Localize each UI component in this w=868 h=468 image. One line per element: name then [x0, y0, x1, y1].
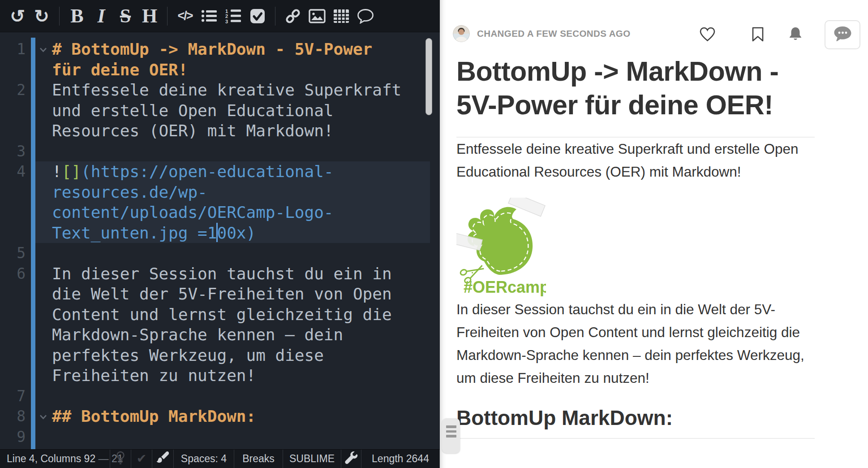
cursor-position-main: Line 4, Columns 92 [7, 453, 95, 465]
check-icon: ✔ [137, 453, 147, 465]
line-number: 8 [0, 406, 26, 427]
fold-chevron-down-icon[interactable] [39, 46, 47, 55]
oercamp-logo-image: #OERcamp [456, 198, 546, 298]
code-line-text: resources.de/wp- [52, 182, 440, 203]
code-line-text: ## BottomUp MarkDown: [52, 406, 440, 427]
toolbar-separator [167, 7, 168, 26]
doc-title-line2: 5V-Power für deine OER! [456, 88, 815, 122]
code-line[interactable]: die Welt der 5V-Freiheiten von Open [0, 284, 440, 304]
toolbar-group: BISH [65, 0, 162, 32]
code-line[interactable]: 6In dieser Session tauchst du ein in [0, 264, 440, 284]
comment-bubble-icon [833, 26, 852, 44]
line-number: 6 [0, 264, 26, 284]
code-line[interactable]: Text_unten.jpg =100x) [0, 223, 440, 243]
svg-text:1: 1 [225, 9, 228, 14]
code-line[interactable]: Freiheiten zu nutzen! [0, 365, 440, 386]
doc-title-line1: BottomUp -> MarkDown - [456, 55, 815, 88]
image-icon[interactable] [305, 0, 329, 32]
checklist-icon[interactable] [245, 0, 270, 32]
indent-label: Spaces: 4 [181, 453, 227, 465]
bold-icon[interactable]: B [65, 0, 89, 32]
line-number: 1 [0, 39, 26, 60]
code-line-text: Freiheiten zu nutzen! [52, 365, 440, 386]
svg-text:3: 3 [225, 19, 228, 24]
code-line[interactable]: perfektes Werkzeug, um diese [0, 345, 440, 366]
code-line-text: content/uploads/OERCamp-Logo- [52, 202, 440, 223]
paragraph-intro: Entfessele deine kreative Superkraft und… [456, 138, 815, 183]
wrench-icon [344, 451, 358, 467]
night-mode-button[interactable] [110, 450, 131, 468]
code-line-text: In dieser Session tauchst du ein in [52, 264, 440, 284]
toolbar-group: ↺↻ [5, 0, 54, 32]
toolbar-separator [59, 7, 60, 26]
linebreak-setting[interactable]: Breaks [234, 450, 283, 468]
line-number: 4 [0, 161, 26, 182]
code-line[interactable]: 4![](https://open-educational- [0, 161, 440, 182]
paragraph-session: In dieser Session tauchst du ein in die … [456, 298, 815, 390]
paintbrush-icon [156, 451, 170, 467]
code-line-text: Markdown-Sprache kennen – dein [52, 325, 440, 345]
code-line-text: # BottomUp -> MarkDown - 5V-Power [52, 39, 440, 60]
comment-button[interactable] [825, 20, 860, 49]
numbered-list-icon[interactable]: 123 [221, 0, 245, 32]
preferences-button[interactable] [341, 450, 361, 468]
heading-icon[interactable]: H [138, 0, 162, 32]
theme-button[interactable] [152, 450, 174, 468]
code-line-text: Resources (OER) mit Markdown! [52, 121, 440, 141]
spellcheck-button[interactable]: ✔ [131, 450, 152, 468]
strikethrough-icon[interactable]: S [113, 0, 138, 32]
code-line[interactable]: 8## BottomUp MarkDown: [0, 406, 440, 427]
comment-icon[interactable] [353, 0, 378, 32]
table-icon[interactable] [329, 0, 353, 32]
toolbar-group: </>123 [173, 0, 270, 32]
code-line[interactable]: 3 [0, 141, 440, 162]
redo-icon[interactable]: ↻ [30, 0, 54, 32]
code-line[interactable]: 9 [0, 427, 440, 447]
indent-setting[interactable]: Spaces: 4 [174, 450, 234, 468]
code-editor[interactable]: 1# BottomUp -> MarkDown - 5V-Powerfür de… [0, 33, 440, 449]
toolbar-group [281, 0, 378, 32]
editor-status-bar: Line 4, Columns 92 — 21 ✔ Spaces: 4 Brea… [0, 449, 440, 468]
code-line[interactable]: Resources (OER) mit Markdown! [0, 121, 440, 141]
line-number: 7 [0, 386, 26, 407]
preview-pane: CHANGED A FEW SECONDS AGO BottomUp -> Ma… [440, 0, 868, 468]
line-number: 3 [0, 141, 26, 162]
code-line[interactable]: Content und lernst gleichzeitig die [0, 304, 440, 325]
code-line[interactable]: content/uploads/OERCamp-Logo- [0, 202, 440, 223]
keymap-setting[interactable]: SUBLIME [283, 450, 341, 468]
link-icon[interactable] [281, 0, 305, 32]
undo-icon[interactable]: ↺ [5, 0, 30, 32]
code-line-text: und erstelle Open Educational [52, 100, 440, 121]
code-line-text: die Welt der 5V-Freiheiten von Open [52, 284, 440, 304]
code-line[interactable]: resources.de/wp- [0, 182, 440, 203]
code-icon[interactable]: </> [173, 0, 197, 32]
svg-text:2: 2 [225, 13, 228, 19]
code-line[interactable]: 5 [0, 243, 440, 264]
code-line[interactable]: 7 [0, 386, 440, 407]
lightbulb-icon [115, 451, 126, 468]
fold-chevron-down-icon[interactable] [39, 413, 47, 422]
code-line-text: Entfessele deine kreative Superkraft [52, 80, 440, 100]
toolbar-separator [275, 7, 275, 26]
doc-length: Length 2644 [361, 450, 440, 468]
line-number: 5 [0, 243, 26, 264]
doc-title: BottomUp -> MarkDown -5V-Power für deine… [456, 55, 815, 138]
editor-pane: ↺↻BISH</>123 1# BottomUp -> MarkDown - 5… [0, 0, 440, 468]
keymap-label: SUBLIME [289, 453, 335, 465]
code-line[interactable]: und erstelle Open Educational [0, 100, 440, 121]
code-line-text: Content und lernst gleichzeitig die [52, 304, 440, 325]
breaks-label: Breaks [242, 453, 275, 465]
toc-toggle-handle[interactable] [442, 418, 460, 453]
code-line[interactable]: 2Entfessele deine kreative Superkraft [0, 80, 440, 100]
bullet-list-icon[interactable] [197, 0, 221, 32]
code-line-text: für deine OER! [52, 60, 440, 80]
line-number: 9 [0, 427, 26, 447]
hamburger-icon [446, 425, 456, 428]
italic-icon[interactable]: I [89, 0, 113, 32]
code-line[interactable]: 1# BottomUp -> MarkDown - 5V-Power [0, 39, 440, 60]
code-line[interactable]: für deine OER! [0, 60, 440, 80]
code-lines: 1# BottomUp -> MarkDown - 5V-Powerfür de… [0, 39, 440, 449]
editor-scrollbar-thumb[interactable] [425, 38, 432, 115]
code-line-text: Text_unten.jpg =100x) [52, 223, 440, 243]
code-line[interactable]: Markdown-Sprache kennen – dein [0, 325, 440, 345]
